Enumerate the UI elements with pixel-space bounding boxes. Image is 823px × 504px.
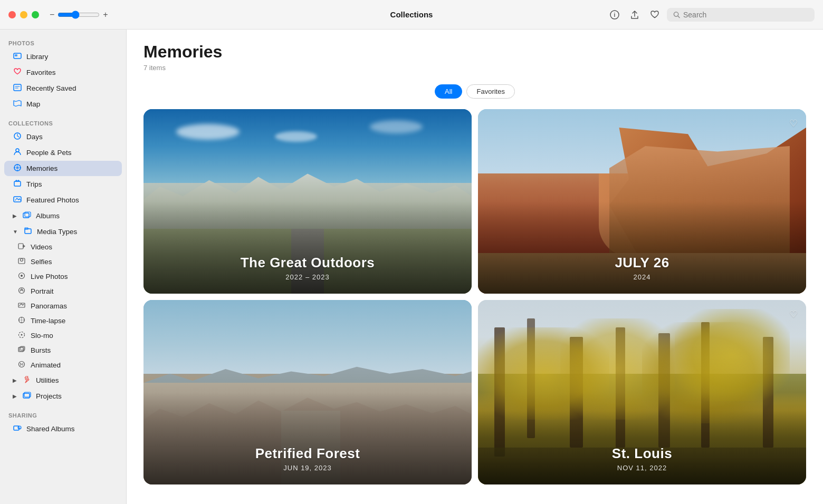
projects-disclosure[interactable]: ▶ bbox=[13, 393, 17, 399]
shared-albums-icon bbox=[13, 424, 22, 434]
sidebar-item-library[interactable]: Library bbox=[4, 49, 122, 64]
sidebar-item-live-photos[interactable]: Live Photos bbox=[4, 269, 122, 284]
sidebar-item-animated[interactable]: Animated bbox=[4, 358, 122, 372]
sidebar-item-projects[interactable]: ▶ Projects bbox=[4, 389, 122, 404]
card-heart-2: ♡ bbox=[789, 118, 798, 129]
sidebar-item-bursts[interactable]: Bursts bbox=[4, 343, 122, 357]
card-text-2: JULY 26 2024 bbox=[478, 255, 806, 281]
svg-point-7 bbox=[16, 149, 19, 152]
portrait-icon bbox=[17, 287, 26, 296]
portrait-label: Portrait bbox=[31, 287, 54, 295]
svg-point-9 bbox=[16, 167, 19, 169]
sidebar-item-favorites[interactable]: Favorites bbox=[4, 65, 122, 80]
library-icon bbox=[13, 52, 22, 62]
sidebar-item-memories[interactable]: Memories bbox=[4, 161, 122, 176]
sidebar-item-recently-saved[interactable]: Recently Saved bbox=[4, 81, 122, 96]
videos-label: Videos bbox=[31, 243, 52, 251]
share-button[interactable] bbox=[627, 7, 643, 23]
heart-button[interactable] bbox=[647, 7, 663, 23]
sidebar-item-featured-photos[interactable]: Featured Photos bbox=[4, 192, 122, 208]
window-title: Collections bbox=[390, 10, 433, 19]
shared-albums-label: Shared Albums bbox=[26, 425, 75, 433]
timelapse-label: Time-lapse bbox=[31, 317, 65, 325]
memory-title-4: St. Louis bbox=[478, 445, 806, 462]
memory-subtitle-2: 2024 bbox=[478, 273, 806, 281]
card-text-1: The Great Outdoors 2022 – 2023 bbox=[143, 255, 472, 281]
filter-favorites-button[interactable]: Favorites bbox=[466, 84, 514, 99]
filter-all-button[interactable]: All bbox=[435, 84, 462, 99]
maximize-button[interactable] bbox=[32, 11, 39, 18]
sidebar-item-map[interactable]: Map bbox=[4, 96, 122, 112]
sharing-section-label: Sharing bbox=[0, 408, 126, 421]
memory-card-2[interactable]: JULY 26 2024 ♡ bbox=[478, 109, 806, 294]
utilities-label: Utilities bbox=[36, 376, 59, 384]
info-icon: i bbox=[610, 10, 619, 20]
timelapse-icon bbox=[17, 316, 26, 325]
zoom-slider[interactable] bbox=[58, 11, 100, 19]
minimize-button[interactable] bbox=[20, 11, 27, 18]
sidebar-item-portrait[interactable]: Portrait bbox=[4, 284, 122, 298]
featured-photos-icon bbox=[13, 195, 22, 205]
media-types-label: Media Types bbox=[37, 228, 77, 236]
sidebar-item-albums[interactable]: ▶ Albums bbox=[4, 208, 122, 224]
memory-card-3[interactable]: Petrified Forest JUN 19, 2023 bbox=[143, 300, 472, 484]
content-header: Memories 7 items bbox=[127, 30, 823, 78]
memory-card-1[interactable]: The Great Outdoors 2022 – 2023 bbox=[143, 109, 472, 294]
people-pets-label: People & Pets bbox=[26, 149, 72, 157]
utilities-disclosure[interactable]: ▶ bbox=[13, 377, 17, 383]
media-types-disclosure[interactable]: ▼ bbox=[13, 229, 18, 235]
card-heart-4: ♡ bbox=[789, 308, 798, 320]
selfies-label: Selfies bbox=[31, 258, 52, 266]
svg-rect-23 bbox=[18, 303, 25, 307]
svg-point-20 bbox=[21, 275, 23, 277]
sidebar-item-selfies[interactable]: Selfies bbox=[4, 255, 122, 269]
albums-label: Albums bbox=[36, 212, 60, 220]
info-button[interactable]: i bbox=[607, 7, 623, 23]
svg-point-25 bbox=[21, 319, 22, 321]
selfies-icon bbox=[17, 257, 26, 266]
trips-label: Trips bbox=[26, 180, 42, 188]
memory-title-3: Petrified Forest bbox=[143, 445, 472, 462]
sidebar-item-trips[interactable]: Trips bbox=[4, 177, 122, 192]
media-types-icon bbox=[23, 227, 33, 237]
titlebar-center: Collections bbox=[390, 10, 433, 19]
heart-icon bbox=[650, 10, 659, 20]
svg-point-17 bbox=[21, 259, 23, 261]
sidebar-item-timelapse[interactable]: Time-lapse bbox=[4, 314, 122, 328]
sidebar-item-slomo[interactable]: Slo-mo bbox=[4, 328, 122, 343]
collections-section-label: Collections bbox=[0, 116, 126, 129]
sidebar-item-people-pets[interactable]: People & Pets bbox=[4, 145, 122, 160]
memory-subtitle-1: 2022 – 2023 bbox=[143, 273, 472, 281]
sidebar-item-videos[interactable]: Videos bbox=[4, 240, 122, 254]
days-label: Days bbox=[26, 133, 43, 141]
sidebar-item-media-types[interactable]: ▼ Media Types bbox=[4, 224, 122, 239]
sidebar-item-days[interactable]: Days bbox=[4, 129, 122, 144]
albums-disclosure[interactable]: ▶ bbox=[13, 213, 17, 219]
favorites-icon bbox=[13, 67, 22, 77]
featured-photos-label: Featured Photos bbox=[26, 196, 79, 204]
slomo-icon bbox=[17, 331, 26, 340]
zoom-out-button[interactable]: − bbox=[50, 11, 54, 19]
memories-icon bbox=[13, 163, 22, 173]
bursts-label: Bursts bbox=[31, 346, 51, 354]
filter-bar: All Favorites bbox=[127, 78, 823, 105]
close-button[interactable] bbox=[8, 11, 16, 18]
main-layout: Photos Library Favorites bbox=[0, 30, 823, 504]
title-bar: − + Collections i bbox=[0, 0, 823, 30]
svg-text:i: i bbox=[614, 12, 616, 18]
sidebar-item-panoramas[interactable]: Panoramas bbox=[4, 299, 122, 313]
bursts-icon bbox=[17, 346, 26, 355]
sidebar-item-utilities[interactable]: ▶ Utilities bbox=[4, 373, 122, 388]
svg-point-27 bbox=[21, 334, 23, 336]
live-photos-label: Live Photos bbox=[31, 273, 68, 280]
albums-icon bbox=[22, 211, 32, 221]
memory-card-4[interactable]: St. Louis NOV 11, 2022 ♡ bbox=[478, 300, 806, 484]
sidebar-item-shared-albums[interactable]: Shared Albums bbox=[4, 421, 122, 437]
trips-icon bbox=[13, 179, 22, 189]
zoom-in-button[interactable]: + bbox=[103, 11, 108, 19]
utilities-icon bbox=[22, 375, 32, 385]
search-input[interactable] bbox=[683, 11, 808, 19]
search-box[interactable] bbox=[667, 8, 815, 22]
slomo-label: Slo-mo bbox=[31, 332, 53, 340]
card-text-4: St. Louis NOV 11, 2022 bbox=[478, 445, 806, 472]
